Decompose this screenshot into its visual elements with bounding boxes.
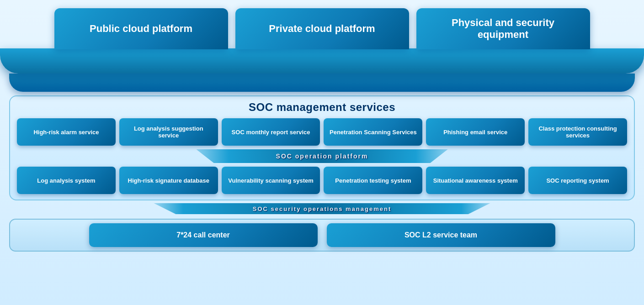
physical-security-platform: Physical and security equipment — [416, 8, 590, 49]
high-risk-signature-db: High-risk signature database — [119, 167, 218, 194]
bottom-boxes-row: 7*24 call center SOC L2 service team — [17, 223, 627, 247]
services-row: High-risk alarm service Log analysis sug… — [17, 118, 627, 146]
funnel-decoration: SOC operation platform — [17, 149, 627, 164]
soc-monthly-report-service: SOC monthly report service — [222, 118, 320, 146]
funnel-label-2: SOC security operations management — [253, 205, 392, 212]
public-cloud-label: Public cloud platform — [90, 23, 192, 35]
systems-row: Log analysis system High-risk signature … — [17, 167, 627, 194]
bottom-funnel-decoration: SOC security operations management — [0, 203, 644, 215]
funnel-label-1: SOC operation platform — [276, 152, 368, 160]
penetration-testing-system: Penetration testing system — [324, 167, 422, 194]
situational-awareness-system: Situational awareness system — [426, 167, 525, 194]
bottom-funnel-shape: SOC security operations management — [139, 203, 505, 214]
private-cloud-platform: Private cloud platform — [235, 8, 409, 49]
soc-l2-box: SOC L2 service team — [327, 223, 555, 247]
soc-section: SOC management services High-risk alarm … — [9, 95, 635, 200]
penetration-scanning-service: Penetration Scanning Services — [324, 118, 422, 146]
curved-bar-1 — [0, 48, 644, 74]
private-cloud-label: Private cloud platform — [269, 23, 375, 35]
funnel-shape-1: SOC operation platform — [176, 149, 468, 163]
main-container: Public cloud platform Private cloud plat… — [0, 0, 644, 305]
call-center-box: 7*24 call center — [89, 223, 318, 247]
high-risk-alarm-service: High-risk alarm service — [17, 118, 116, 146]
log-analysis-system: Log analysis system — [17, 167, 116, 194]
curved-bar-2 — [9, 74, 635, 92]
soc-l2-label: SOC L2 service team — [404, 231, 477, 239]
public-cloud-platform: Public cloud platform — [54, 8, 228, 49]
log-analysis-suggestion-service: Log analysis suggestion service — [119, 118, 218, 146]
vulnerability-scanning-system: Vulnerability scanning system — [222, 167, 320, 194]
top-platforms-row: Public cloud platform Private cloud plat… — [0, 0, 644, 49]
class-protection-service: Class protection consulting services — [528, 118, 627, 146]
soc-title: SOC management services — [17, 101, 627, 114]
phishing-email-service: Phishing email service — [426, 118, 525, 146]
soc-reporting-system: SOC reporting system — [528, 167, 627, 194]
call-center-label: 7*24 call center — [176, 231, 230, 239]
physical-security-label: Physical and security equipment — [426, 17, 581, 41]
bottom-section: 7*24 call center SOC L2 service team — [9, 219, 635, 252]
